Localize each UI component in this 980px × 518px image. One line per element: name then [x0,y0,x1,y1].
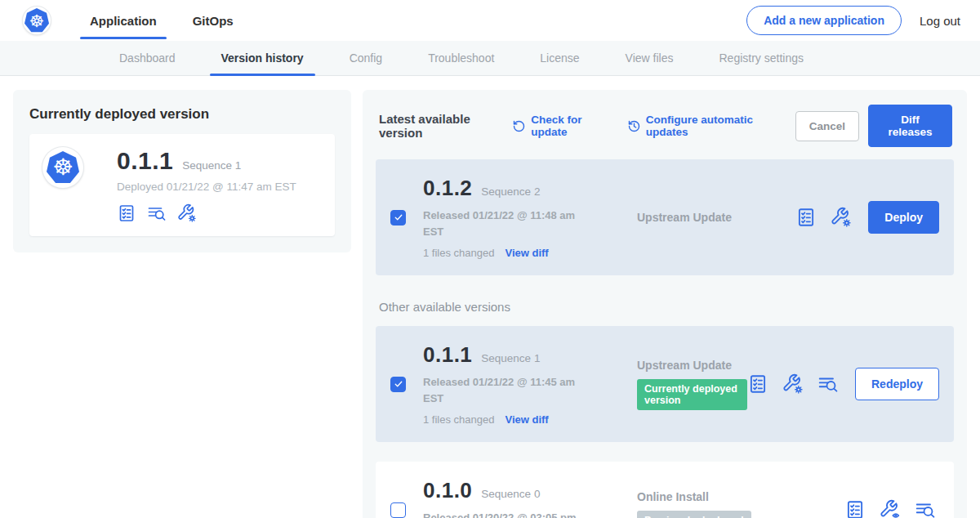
cancel-button[interactable]: Cancel [795,111,859,141]
preflight-checks-icon[interactable] [117,203,136,223]
files-changed-label: 1 files changed [423,247,494,259]
preflight-checks-icon[interactable] [747,373,768,395]
available-versions-panel: Latest available version Check for updat… [363,90,967,518]
content-area: Currently deployed version ☸ 0.1.1 Seque… [0,76,980,518]
tab-config[interactable]: Config [327,41,405,75]
version-row-0-1-2: 0.1.2 Sequence 2 Released 01/21/22 @ 11:… [376,159,954,275]
add-new-application-button[interactable]: Add a new application [746,6,902,35]
edit-config-icon[interactable] [782,373,804,395]
tab-view-files[interactable]: View files [603,41,697,75]
view-diff-link[interactable]: View diff [505,413,548,426]
deploy-logs-icon[interactable] [915,499,936,518]
currently-deployed-title: Currently deployed version [29,106,335,123]
latest-available-title: Latest available version [379,112,497,140]
previously-deployed-badge: Previously deployed [637,511,751,518]
version-source-label: Online Install [637,490,844,503]
version-checkbox[interactable] [390,377,406,392]
files-changed-label: 1 files changed [423,413,494,426]
released-timestamp: Released 01/20/22 @ 03:05 pm EST [423,510,578,518]
top-nav: ☸ Application GitOps Add a new applicati… [0,0,980,41]
version-source-label: Upstream Update [637,211,795,224]
nav-tab-application[interactable]: Application [72,0,175,41]
preflight-checks-icon[interactable] [795,207,817,228]
edit-config-icon[interactable] [177,203,197,223]
tab-version-history[interactable]: Version history [198,41,327,75]
sequence-label: Sequence 2 [481,185,540,198]
version-source-label: Upstream Update [637,359,747,372]
tab-troubleshoot[interactable]: Troubleshoot [405,41,517,75]
deployed-sequence-label: Sequence 1 [182,159,241,172]
available-versions-header: Latest available version Check for updat… [376,103,954,147]
version-row-0-1-0: 0.1.0 Sequence 0 Released 01/20/22 @ 03:… [376,462,954,518]
deploy-logs-icon[interactable] [147,203,167,223]
configure-automatic-updates-link[interactable]: Configure automatic updates [627,114,774,138]
released-timestamp: Released 01/21/22 @ 11:45 am EST [423,374,578,406]
preflight-checks-icon[interactable] [844,499,866,518]
version-number: 0.1.2 [423,176,472,201]
view-config-icon[interactable] [880,499,901,518]
kubernetes-logo-icon: ☸ [23,7,51,34]
view-diff-link[interactable]: View diff [505,247,548,259]
other-available-versions-title: Other available versions [379,300,952,314]
deployed-version-card: ☸ 0.1.1 Sequence 1 Deployed 01/21/22 @ 1… [29,134,335,236]
tab-dashboard[interactable]: Dashboard [96,41,198,75]
deployed-timestamp: Deployed 01/21/22 @ 11:47 am EST [117,181,296,193]
currently-deployed-panel: Currently deployed version ☸ 0.1.1 Seque… [13,90,351,252]
kots-admin-console: ☸ Application GitOps Add a new applicati… [0,0,980,518]
redeploy-button[interactable]: Redeploy [855,368,939,400]
sequence-label: Sequence 0 [481,488,540,500]
app-sub-nav: Dashboard Version history Config Trouble… [0,41,980,76]
currently-deployed-badge: Currently deployed version [637,379,747,410]
deploy-button[interactable]: Deploy [868,201,939,234]
version-number: 0.1.0 [423,478,472,503]
version-checkbox[interactable] [390,210,406,226]
app-kubernetes-icon: ☸ [42,147,83,188]
schedule-icon [627,119,641,133]
tab-license[interactable]: License [517,41,602,75]
deployed-version-number: 0.1.1 [117,147,173,175]
deploy-logs-icon[interactable] [817,373,839,395]
diff-releases-button[interactable]: Diff releases [868,105,952,147]
released-timestamp: Released 01/21/22 @ 11:48 am EST [423,208,578,239]
version-row-0-1-1: 0.1.1 Sequence 1 Released 01/21/22 @ 11:… [376,326,954,442]
check-for-update-link[interactable]: Check for update [512,114,605,138]
nav-tab-gitops[interactable]: GitOps [175,0,252,41]
logout-link[interactable]: Log out [920,14,960,28]
edit-config-icon[interactable] [831,207,852,228]
tab-registry-settings[interactable]: Registry settings [696,41,826,75]
sequence-label: Sequence 1 [481,352,540,364]
version-number: 0.1.1 [423,342,472,368]
refresh-icon [512,119,526,133]
version-checkbox[interactable] [390,502,406,518]
